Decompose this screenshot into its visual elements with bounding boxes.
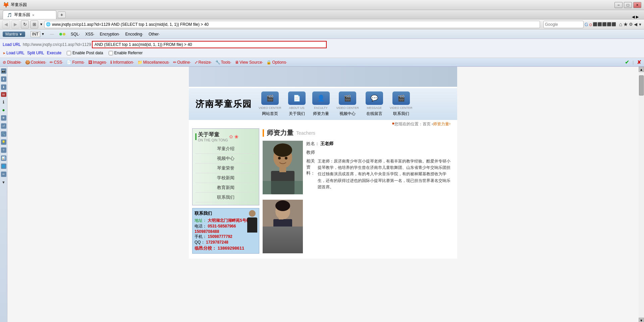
- check-ok-icon[interactable]: ✔: [625, 59, 629, 65]
- scroll-tabs-right[interactable]: ▶: [636, 15, 639, 19]
- int-label: INT: [31, 31, 40, 37]
- left-nav-item-video[interactable]: 视频中心: [195, 154, 256, 164]
- sidebar-icon-2[interactable]: ⬆: [1, 76, 7, 82]
- nav-bar: ◀ ▶ ↻ ⊞ ▼ 🌐 www.jnqtly.cn/cp11.asp?id=11…: [0, 19, 644, 29]
- maximize-button[interactable]: □: [624, 2, 632, 8]
- right-scrollbar[interactable]: ▲ ▼: [639, 67, 644, 322]
- url-input-field[interactable]: [92, 41, 327, 48]
- mantra-brand[interactable]: Mantra ▼: [3, 31, 25, 37]
- images-menu[interactable]: 🖼 Images·: [88, 60, 107, 65]
- nav-sub-faculty: FACULTY: [314, 106, 328, 110]
- load-url-label[interactable]: ➤ Load URL: [3, 50, 24, 56]
- nav-icon2[interactable]: ◀: [634, 22, 637, 27]
- search-input[interactable]: [543, 21, 584, 28]
- nav-item-home[interactable]: 🎬 VIDEO CENTER 网站首页: [259, 91, 281, 117]
- resize-menu[interactable]: ⤢ Resize·: [195, 60, 212, 65]
- title-bar-left: 🦊 琴童乐园: [3, 2, 27, 8]
- left-nav-item-news[interactable]: 学校新闻: [195, 173, 256, 183]
- encryption-menu[interactable]: Encryption·: [100, 32, 120, 37]
- sidebar-icon-11[interactable]: 🌐: [1, 163, 7, 169]
- int-selector[interactable]: INT ▼: [31, 31, 45, 37]
- css-menu[interactable]: ✏ CSS·: [50, 60, 63, 65]
- sql-menu[interactable]: SQL·: [71, 32, 80, 37]
- information-menu[interactable]: ℹ Information·: [110, 60, 134, 65]
- outline-menu[interactable]: ✏ Outline·: [173, 60, 191, 65]
- breadcrumb: 您现在的位置：首页 ›: [394, 121, 433, 127]
- left-nav-item-contact[interactable]: 联系我们: [195, 193, 256, 202]
- sidebar-icon-5[interactable]: 👁: [1, 115, 7, 121]
- tab-close-button[interactable]: ×: [32, 13, 34, 17]
- teacher-section-title: 师资力量 Teachers: [263, 128, 454, 137]
- content-area[interactable]: 济南琴童乐园 🎬 VIDEO CENTER 网站首页: [7, 67, 644, 322]
- address-bar[interactable]: 🌐 www.jnqtly.cn/cp11.asp?id=1129 AND (SE…: [44, 21, 540, 28]
- scroll-up-button[interactable]: ▲: [639, 67, 644, 72]
- close-button[interactable]: ×: [633, 2, 641, 8]
- nav-icon-contact: 🎬: [392, 91, 410, 105]
- enable-referrer-checkbox[interactable]: Enable Referrer: [109, 51, 143, 55]
- view-source-menu[interactable]: 🖥 View Source·: [235, 60, 263, 65]
- scroll-down-button[interactable]: ▼: [639, 318, 644, 322]
- split-url-button[interactable]: Split URL: [27, 50, 44, 56]
- check-x-icon[interactable]: ✘: [637, 59, 641, 65]
- options-menu[interactable]: 🔒 Options·: [266, 60, 287, 65]
- miscellaneous-menu[interactable]: 📁 Miscellaneous·: [138, 60, 170, 65]
- post-checkbox-input[interactable]: [67, 51, 71, 55]
- scroll-thumb[interactable]: [639, 75, 644, 95]
- sidebar-arrow-down[interactable]: ▼: [1, 179, 7, 185]
- sidebar-icon-info[interactable]: ℹ: [1, 99, 7, 105]
- xss-menu[interactable]: XSS·: [85, 32, 94, 37]
- teacher-info-1: 姓名： 王老师 教师 相关资料： 王老师：原济南青少年宫小提琴老师，有着丰富的教…: [306, 141, 454, 194]
- tools-menu[interactable]: 🔧 Tools·: [215, 60, 231, 65]
- sidebar-icon-6[interactable]: ⏎: [1, 123, 7, 129]
- nav-item-video[interactable]: 🎬 VIDEO CENTER 视频中心: [336, 91, 359, 117]
- scroll-tabs-left[interactable]: ◀: [632, 15, 635, 19]
- referrer-checkbox-input[interactable]: [109, 51, 113, 55]
- dropdown-arrow[interactable]: ▼: [40, 22, 43, 26]
- sidebar-icon-4[interactable]: W: [1, 92, 6, 97]
- encoding-menu[interactable]: Encoding·: [125, 32, 143, 37]
- cookies-menu[interactable]: 🍪 Cookies·: [25, 60, 47, 65]
- teacher-photo-svg: [263, 141, 303, 194]
- bookmarks-button[interactable]: ★: [623, 21, 628, 27]
- left-nav-item-edu[interactable]: 教育新闻: [195, 183, 256, 193]
- sidebar-icon-1[interactable]: 📷: [1, 68, 7, 74]
- load-icon: ➤: [3, 51, 5, 55]
- sidebar-icon-circle[interactable]: ●: [1, 107, 7, 113]
- nav-item-about[interactable]: 📄 ABOUT US 关于我们: [288, 91, 306, 117]
- search-extra: ⬛⬛⬛⬛⬛: [593, 22, 616, 26]
- minimize-button[interactable]: −: [614, 2, 623, 8]
- sidebar-icon-3[interactable]: ⬇: [1, 84, 7, 90]
- active-tab[interactable]: 🎵 琴童乐园 ×: [3, 10, 56, 19]
- scroll-track[interactable]: [639, 72, 644, 318]
- search-bar: G o ⬛⬛⬛⬛⬛: [543, 21, 616, 28]
- load-url-button[interactable]: Load URL: [3, 42, 21, 47]
- nav-item-message[interactable]: 💬 MESSAGE 在线留言: [366, 91, 383, 117]
- grid-button[interactable]: ⊞: [30, 20, 38, 28]
- execute-button[interactable]: Execute: [47, 50, 61, 56]
- forms-menu[interactable]: 📄 Forms·: [66, 60, 85, 65]
- main-panel: 师资力量 Teachers: [263, 128, 454, 259]
- svg-point-6: [285, 157, 287, 159]
- home-button[interactable]: ⌂: [619, 21, 622, 27]
- sidebar-img-1: 📷: [1, 68, 6, 74]
- sidebar-icon-10[interactable]: 📊: [1, 155, 7, 161]
- breadcrumb-link[interactable]: 师资力量: [433, 121, 449, 127]
- reload-button[interactable]: ↻: [21, 20, 29, 28]
- sidebar-img-7: 🔧: [1, 131, 6, 137]
- sidebar-icon-7[interactable]: 🔧: [1, 131, 7, 137]
- sidebar-icon-8[interactable]: 💡: [1, 139, 7, 145]
- enable-post-checkbox[interactable]: Enable Post data: [67, 51, 103, 55]
- new-tab-button[interactable]: +: [58, 11, 66, 18]
- left-nav-item-intro[interactable]: 琴童介绍: [195, 144, 256, 154]
- disable-menu[interactable]: ⊘ Disable·: [3, 60, 22, 65]
- left-nav-item-honor[interactable]: 琴童荣誉: [195, 164, 256, 173]
- nav-dropdown[interactable]: ▼: [638, 22, 642, 26]
- sidebar-icon-9[interactable]: ?: [1, 147, 7, 153]
- nav-item-contact[interactable]: 🎬 VIDEO CENTER 联系我们: [390, 91, 413, 117]
- nav-item-faculty[interactable]: 👤 FACULTY 师资力量: [312, 91, 330, 117]
- sidebar-icon-12[interactable]: ✏: [1, 171, 7, 177]
- nav-icon1[interactable]: ⚙: [629, 22, 633, 27]
- forward-button[interactable]: ▶: [11, 20, 19, 28]
- other-menu[interactable]: Other·: [149, 32, 160, 37]
- back-button[interactable]: ◀: [2, 20, 10, 28]
